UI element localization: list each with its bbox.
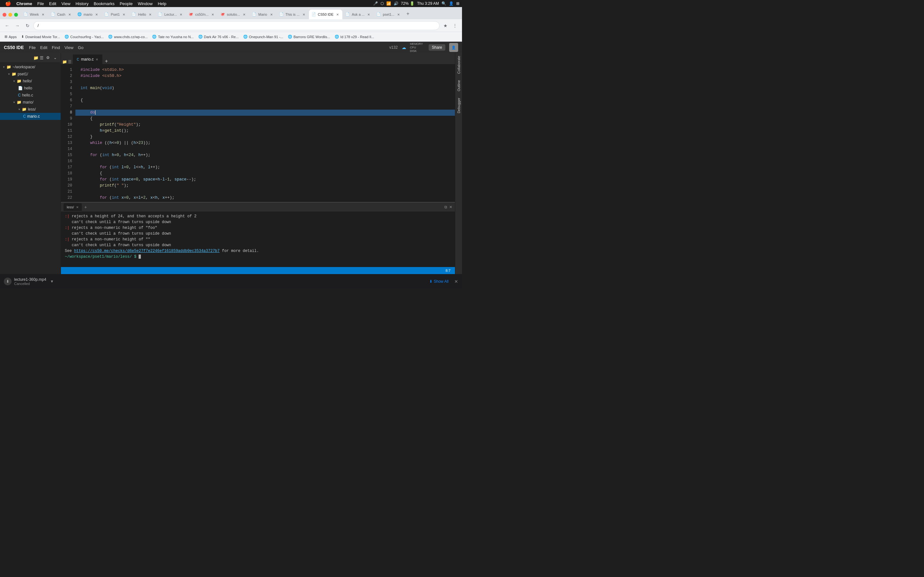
- tab-mario2[interactable]: 📄 Mario ✕: [249, 10, 276, 19]
- terminal-tab-less[interactable]: less/ ✕: [63, 203, 82, 211]
- menu-window[interactable]: Window: [135, 1, 155, 7]
- tree-pset1[interactable]: ▼ 📁 pset1/: [0, 71, 61, 77]
- tree-less-folder[interactable]: ▼ 📁 less/: [0, 106, 61, 113]
- tab-cs50ide-close[interactable]: ✕: [335, 12, 340, 17]
- tab-solutio[interactable]: 🐙 solutio... ✕: [218, 10, 249, 19]
- menu-history[interactable]: History: [73, 1, 91, 7]
- dismiss-download-bar-button[interactable]: ✕: [454, 279, 458, 284]
- bookmark-tate-label: Tate no Yuusha no N...: [158, 35, 194, 39]
- tab-pset1-2-close[interactable]: ✕: [396, 12, 401, 17]
- download-dropdown-icon[interactable]: ▼: [50, 279, 54, 284]
- tab-thisis-close[interactable]: ✕: [302, 12, 306, 17]
- menu-people[interactable]: People: [117, 1, 135, 7]
- close-button[interactable]: [3, 13, 6, 17]
- new-tab-button[interactable]: +: [404, 10, 412, 18]
- ide-menu-go[interactable]: Go: [78, 45, 83, 50]
- terminal-add-button[interactable]: +: [84, 205, 87, 210]
- ide-menu-edit[interactable]: Edit: [40, 45, 47, 50]
- tab-thisis[interactable]: 📄 This is ... ✕: [276, 10, 309, 19]
- bottom-bar: ⬇ lecture1-360p.mp4 Cancelled ▼ ⬇ Show A…: [0, 274, 462, 288]
- tab-cs50ide[interactable]: 📄 CS50 IDE ✕: [309, 10, 342, 19]
- minimize-button[interactable]: [8, 13, 12, 17]
- outline-button[interactable]: Outline: [457, 80, 461, 91]
- fullscreen-button[interactable]: [14, 13, 18, 17]
- app-name[interactable]: Chrome: [14, 1, 35, 6]
- tab-week[interactable]: 📄 Week ✕: [21, 10, 48, 19]
- bookmark-id178[interactable]: 🌐 Id 178 v29 - Read Il...: [333, 34, 376, 40]
- show-all-button[interactable]: ⬇ Show All: [429, 279, 449, 284]
- tab-cash[interactable]: 📄 Cash ✕: [48, 10, 74, 19]
- terminal-line-3: :| rejects a non-numeric height of "foo": [65, 225, 451, 231]
- tab-cash-close[interactable]: ✕: [67, 12, 72, 17]
- tab-pset1-2[interactable]: 📄 pset1... ✕: [374, 10, 403, 19]
- tab-aska[interactable]: 📄 Ask a ... ✕: [342, 10, 373, 19]
- apple-menu[interactable]: 🍎: [3, 1, 14, 6]
- tab-lectur[interactable]: 📄 Lectur... ✕: [155, 10, 186, 19]
- tab-cs50n[interactable]: 🐙 cs50/n... ✕: [186, 10, 218, 19]
- back-button[interactable]: ←: [3, 21, 11, 30]
- menu-bookmarks[interactable]: Bookmarks: [91, 1, 117, 7]
- bookmark-apps[interactable]: ⊞ Apps: [3, 34, 19, 40]
- bookmark-chds[interactable]: 🌐 www.chds.cz/wp-co...: [106, 34, 150, 40]
- menu-file[interactable]: File: [35, 1, 47, 7]
- mario-folder-label: mario/: [23, 100, 33, 105]
- control-center-icon[interactable]: ⊞: [456, 1, 459, 6]
- bookmark-tate[interactable]: 🌐 Tate no Yuusha no N...: [150, 34, 195, 40]
- mario-folder-icon: 📁: [17, 100, 21, 105]
- download-icon: ⬇: [4, 277, 11, 285]
- add-editor-tab-button[interactable]: +: [105, 58, 108, 64]
- tab-mario-g-close[interactable]: ✕: [94, 12, 99, 17]
- address-bar[interactable]: /: [33, 21, 439, 30]
- mario-c-tab-close[interactable]: ✕: [95, 58, 98, 61]
- bookmark-couchsurfing[interactable]: 🌐 Couchsurfing - Yaci...: [63, 34, 105, 40]
- tree-mario-c[interactable]: C mario.c: [0, 113, 61, 120]
- tab-solutio-close[interactable]: ✕: [242, 12, 246, 17]
- menu-help[interactable]: Help: [155, 1, 169, 7]
- ide-topbar: CS50 IDE File Edit Find View Go v132 ☁ M…: [0, 42, 462, 53]
- bookmark-download-movie[interactable]: ⬇ Download Movie Tor...: [19, 34, 62, 40]
- terminal-content[interactable]: :| rejects a height of 24, and then acce…: [61, 211, 455, 259]
- tab-hello[interactable]: 📄 Hello ✕: [129, 10, 155, 19]
- ln-19: 19: [61, 177, 75, 183]
- tab-hello-close[interactable]: ✕: [148, 12, 152, 17]
- refresh-button[interactable]: ↻: [23, 21, 32, 30]
- spotlight-icon[interactable]: 🔍: [441, 1, 446, 6]
- terminal-link[interactable]: https://cs50.me/checks/d6e5e27f7e2246ef1…: [74, 249, 220, 253]
- tree-hello-folder[interactable]: ▼ 📁 hello/: [0, 77, 61, 85]
- tab-aska-close[interactable]: ✕: [367, 12, 371, 17]
- tab-pset1-close[interactable]: ✕: [121, 12, 126, 17]
- bookmark-onepunch[interactable]: 🌐 Onepunch-Man 91 -...: [241, 34, 285, 40]
- ide-share-button[interactable]: Share: [429, 44, 445, 51]
- root-arrow: ▼: [3, 66, 5, 69]
- ide-menu-find[interactable]: Find: [52, 45, 60, 50]
- collaborate-button[interactable]: Collaborate: [457, 56, 461, 74]
- tree-mario-folder[interactable]: ▼ 📁 mario/: [0, 99, 61, 106]
- tab-lectur-close[interactable]: ✕: [179, 12, 183, 17]
- menu-edit[interactable]: Edit: [47, 1, 59, 7]
- tree-hello-file[interactable]: 📄 hello: [0, 85, 61, 92]
- tab-week-close[interactable]: ✕: [41, 12, 45, 17]
- ide-menu-file[interactable]: File: [29, 45, 36, 50]
- ide-menu-view[interactable]: View: [65, 45, 73, 50]
- tab-mario-google[interactable]: 🌐 mario ✕: [75, 10, 102, 19]
- bookmarks-star[interactable]: ★: [441, 21, 450, 30]
- forward-button[interactable]: →: [13, 21, 22, 30]
- tab-pset1[interactable]: 📄 Pset1 ✕: [102, 10, 129, 19]
- terminal-tab-close[interactable]: ✕: [76, 205, 79, 209]
- tree-root[interactable]: ▼ 📁 ~/workspace/: [0, 63, 61, 71]
- user-icon[interactable]: 👤: [449, 1, 454, 6]
- macos-menu-items: File Edit View History Bookmarks People …: [35, 1, 169, 7]
- terminal-maximize-icon[interactable]: ⧉: [444, 205, 447, 210]
- tab-cs50n-close[interactable]: ✕: [210, 12, 215, 17]
- settings-button[interactable]: ⋮: [451, 21, 459, 30]
- sidebar-expand-icon[interactable]: ⌄: [52, 55, 58, 61]
- debugger-button[interactable]: Debugger: [457, 98, 461, 113]
- sidebar-settings-icon[interactable]: ⚙: [45, 55, 51, 61]
- bookmark-dark-air[interactable]: 🌐 Dark Air 76 v06 - Re...: [196, 34, 241, 40]
- terminal-close-icon[interactable]: ✕: [449, 205, 452, 210]
- menu-view[interactable]: View: [59, 1, 73, 7]
- tree-hello-c[interactable]: C hello.c: [0, 92, 61, 99]
- bookmark-barrons[interactable]: 🌐 Barrons GRE Wordlis...: [286, 34, 332, 40]
- editor-tab-mario-c[interactable]: C mario.c ✕: [73, 55, 102, 64]
- tab-mario2-close[interactable]: ✕: [269, 12, 274, 17]
